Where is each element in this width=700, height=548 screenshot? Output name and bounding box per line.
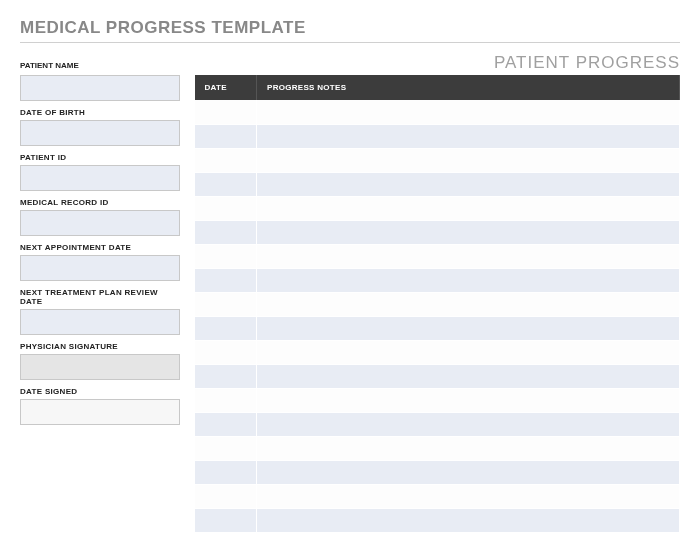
table-cell-date[interactable] bbox=[195, 124, 257, 148]
table-row bbox=[195, 340, 680, 364]
table-cell-notes[interactable] bbox=[257, 172, 680, 196]
table-cell-notes[interactable] bbox=[257, 508, 680, 532]
patient-id-field[interactable] bbox=[20, 165, 180, 191]
dob-field[interactable] bbox=[20, 120, 180, 146]
table-header-date: DATE bbox=[195, 75, 257, 100]
table-cell-notes[interactable] bbox=[257, 124, 680, 148]
table-cell-date[interactable] bbox=[195, 388, 257, 412]
table-cell-notes[interactable] bbox=[257, 340, 680, 364]
table-cell-date[interactable] bbox=[195, 340, 257, 364]
table-cell-notes[interactable] bbox=[257, 292, 680, 316]
date-signed-label: DATE SIGNED bbox=[20, 387, 180, 396]
table-row bbox=[195, 100, 680, 124]
table-cell-notes[interactable] bbox=[257, 220, 680, 244]
table-cell-date[interactable] bbox=[195, 436, 257, 460]
table-cell-notes[interactable] bbox=[257, 196, 680, 220]
patient-info-sidebar: DATE OF BIRTH PATIENT ID MEDICAL RECORD … bbox=[20, 75, 180, 533]
next-appointment-label: NEXT APPOINTMENT DATE bbox=[20, 243, 180, 252]
table-cell-notes[interactable] bbox=[257, 484, 680, 508]
table-cell-notes[interactable] bbox=[257, 244, 680, 268]
medical-record-id-field[interactable] bbox=[20, 210, 180, 236]
table-cell-date[interactable] bbox=[195, 196, 257, 220]
table-row bbox=[195, 172, 680, 196]
table-cell-notes[interactable] bbox=[257, 148, 680, 172]
table-cell-notes[interactable] bbox=[257, 388, 680, 412]
next-review-field[interactable] bbox=[20, 309, 180, 335]
next-review-label: NEXT TREATMENT PLAN REVIEW DATE bbox=[20, 288, 180, 306]
table-cell-notes[interactable] bbox=[257, 268, 680, 292]
table-header-notes: PROGRESS NOTES bbox=[257, 75, 680, 100]
table-cell-date[interactable] bbox=[195, 484, 257, 508]
table-cell-date[interactable] bbox=[195, 316, 257, 340]
table-cell-notes[interactable] bbox=[257, 436, 680, 460]
table-cell-date[interactable] bbox=[195, 244, 257, 268]
table-cell-date[interactable] bbox=[195, 100, 257, 124]
table-row bbox=[195, 244, 680, 268]
table-row bbox=[195, 412, 680, 436]
table-cell-notes[interactable] bbox=[257, 364, 680, 388]
table-row bbox=[195, 436, 680, 460]
table-cell-date[interactable] bbox=[195, 508, 257, 532]
table-row bbox=[195, 364, 680, 388]
table-row bbox=[195, 268, 680, 292]
table-cell-date[interactable] bbox=[195, 412, 257, 436]
table-row bbox=[195, 508, 680, 532]
patient-name-label: PATIENT NAME bbox=[20, 61, 79, 70]
table-row bbox=[195, 316, 680, 340]
table-cell-date[interactable] bbox=[195, 460, 257, 484]
physician-signature-field[interactable] bbox=[20, 354, 180, 380]
table-row bbox=[195, 388, 680, 412]
table-cell-date[interactable] bbox=[195, 364, 257, 388]
table-row bbox=[195, 196, 680, 220]
patient-id-label: PATIENT ID bbox=[20, 153, 180, 162]
physician-signature-label: PHYSICIAN SIGNATURE bbox=[20, 342, 180, 351]
dob-label: DATE OF BIRTH bbox=[20, 108, 180, 117]
date-signed-field[interactable] bbox=[20, 399, 180, 425]
table-cell-notes[interactable] bbox=[257, 460, 680, 484]
table-cell-notes[interactable] bbox=[257, 316, 680, 340]
medical-record-id-label: MEDICAL RECORD ID bbox=[20, 198, 180, 207]
table-row bbox=[195, 220, 680, 244]
patient-name-field[interactable] bbox=[20, 75, 180, 101]
progress-notes-table: DATE PROGRESS NOTES bbox=[194, 75, 680, 533]
table-row bbox=[195, 292, 680, 316]
next-appointment-field[interactable] bbox=[20, 255, 180, 281]
table-row bbox=[195, 124, 680, 148]
table-cell-date[interactable] bbox=[195, 220, 257, 244]
table-cell-date[interactable] bbox=[195, 268, 257, 292]
table-cell-date[interactable] bbox=[195, 292, 257, 316]
table-row bbox=[195, 484, 680, 508]
document-title: MEDICAL PROGRESS TEMPLATE bbox=[20, 18, 680, 43]
table-row bbox=[195, 148, 680, 172]
table-cell-notes[interactable] bbox=[257, 412, 680, 436]
table-cell-date[interactable] bbox=[195, 148, 257, 172]
table-row bbox=[195, 460, 680, 484]
document-subtitle: PATIENT PROGRESS bbox=[494, 53, 680, 73]
table-cell-notes[interactable] bbox=[257, 100, 680, 124]
table-cell-date[interactable] bbox=[195, 172, 257, 196]
